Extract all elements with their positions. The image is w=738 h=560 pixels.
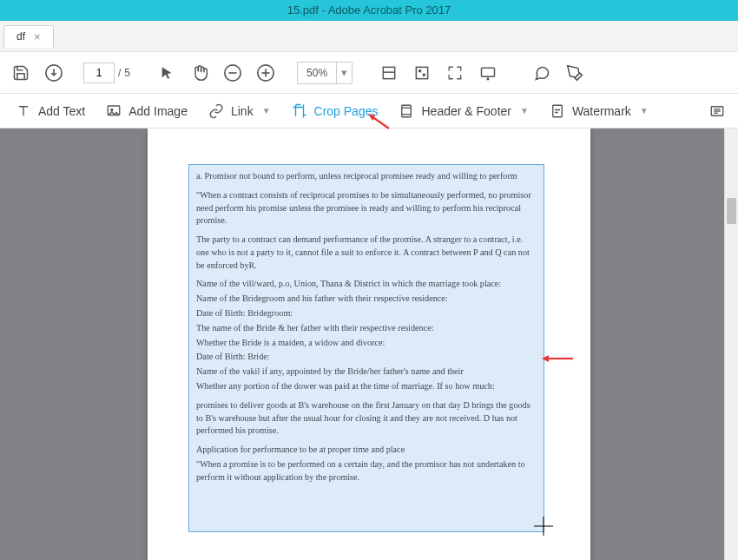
svg-rect-6 [383, 67, 394, 78]
crop-selection-box[interactable]: a. Promisor not bound to perform, unless… [188, 164, 544, 532]
fit-width-icon[interactable] [375, 59, 403, 87]
download-circle-icon[interactable] [40, 59, 68, 87]
page-separator: / [118, 67, 121, 79]
add-image-button[interactable]: Add Image [97, 99, 196, 123]
edit-toolbar: Add Text Add Image Link ▼ Crop Pages Hea… [0, 94, 738, 128]
document-tab-bar: df × [0, 21, 738, 52]
doc-text: "When a promise is to be performed on a … [196, 458, 537, 484]
chevron-down-icon[interactable]: ▾ [336, 63, 352, 83]
comment-icon[interactable] [528, 59, 556, 87]
add-text-button[interactable]: Add Text [7, 99, 94, 123]
zoom-level-value: 50% [298, 67, 336, 79]
crop-pages-button[interactable]: Crop Pages [283, 99, 387, 123]
doc-text: Name of the vill/ward, p.o, Union, Thana… [196, 278, 537, 291]
add-image-label: Add Image [128, 104, 188, 118]
close-tab-icon[interactable]: × [34, 30, 41, 43]
document-tab-label: df [16, 30, 25, 43]
doc-text: Whether the Bride is a maiden, a widow a… [196, 337, 537, 350]
doc-text: a. Promisor not bound to perform, unless… [196, 170, 537, 183]
window-titlebar: 15.pdf - Adobe Acrobat Pro 2017 [0, 0, 738, 21]
fit-page-icon[interactable] [408, 59, 436, 87]
doc-text: Whether any portion of the dower was pai… [196, 380, 537, 393]
crop-icon [292, 103, 307, 119]
more-tools-icon[interactable] [703, 97, 731, 125]
zoom-in-icon[interactable] [252, 59, 280, 87]
read-mode-icon[interactable] [474, 59, 502, 87]
watermark-button[interactable]: Watermark ▼ [541, 99, 657, 123]
doc-text: Date of Birth: Bride: [196, 351, 537, 364]
document-tab[interactable]: df × [3, 25, 54, 48]
page-navigator: / 5 [83, 63, 130, 83]
watermark-label: Watermark [572, 104, 631, 118]
fullscreen-icon[interactable] [441, 59, 469, 87]
crop-pages-label: Crop Pages [314, 104, 379, 118]
svg-rect-8 [482, 68, 495, 76]
header-footer-button[interactable]: Header & Footer ▼ [390, 99, 537, 123]
chevron-down-icon[interactable]: ▼ [640, 106, 649, 115]
vertical-scrollbar[interactable] [724, 128, 738, 560]
doc-text: Name of the Bridegroom and his father wi… [196, 293, 537, 306]
image-icon [106, 103, 122, 119]
svg-rect-14 [553, 105, 563, 117]
doc-text: Date of Birth: Bridegroom: [196, 307, 537, 320]
selection-tool-icon[interactable] [153, 59, 181, 87]
link-label: Link [231, 104, 254, 118]
scrollbar-thumb[interactable] [727, 198, 736, 224]
link-button[interactable]: Link ▼ [200, 99, 280, 123]
doc-text: Name of the vakil if any, appointed by t… [196, 366, 537, 379]
chevron-down-icon[interactable]: ▼ [262, 106, 271, 115]
page-total: 5 [124, 67, 130, 79]
add-text-label: Add Text [38, 104, 85, 118]
highlight-icon[interactable] [561, 59, 589, 87]
svg-rect-7 [416, 67, 427, 78]
doc-text: The party to a contract can demand perfo… [196, 234, 537, 272]
doc-text: promises to deliver goods at B's warehou… [196, 399, 537, 438]
svg-point-10 [111, 109, 113, 110]
chevron-down-icon[interactable]: ▼ [520, 106, 529, 115]
svg-rect-11 [402, 105, 412, 117]
save-icon[interactable] [7, 59, 35, 87]
zoom-out-icon[interactable] [219, 59, 247, 87]
page-number-input[interactable] [83, 63, 115, 83]
header-footer-icon [399, 103, 414, 119]
doc-text: The name of the Bride & her father with … [196, 322, 537, 335]
document-viewport[interactable]: a. Promisor not bound to perform, unless… [0, 128, 738, 560]
main-toolbar: / 5 50% ▾ [0, 52, 738, 94]
pdf-page[interactable]: a. Promisor not bound to perform, unless… [148, 128, 590, 560]
watermark-icon [550, 103, 565, 119]
doc-text: Application for performance to be at pro… [196, 444, 537, 457]
text-icon [16, 103, 31, 119]
hand-tool-icon[interactable] [186, 59, 214, 87]
doc-text: "When a contract consists of reciprocal … [196, 189, 537, 227]
link-icon [208, 103, 224, 119]
header-footer-label: Header & Footer [421, 104, 511, 118]
zoom-level-select[interactable]: 50% ▾ [297, 62, 353, 84]
